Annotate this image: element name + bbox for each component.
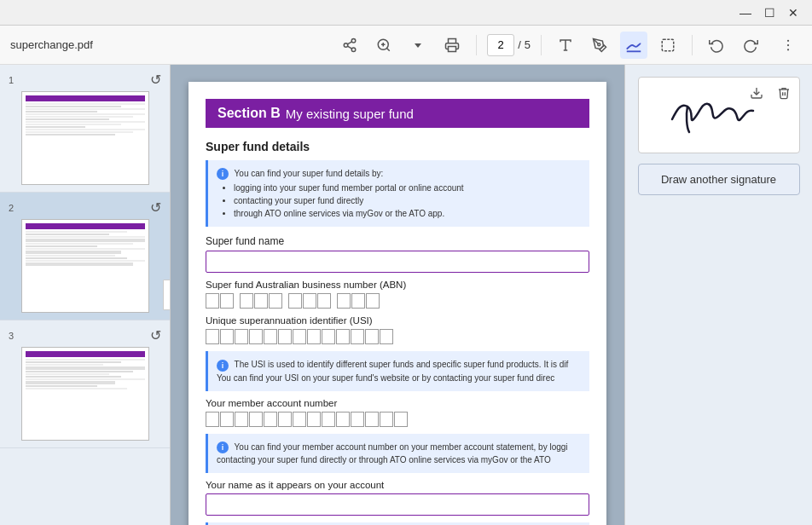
super-fund-name-input[interactable]: [206, 251, 589, 273]
account-box[interactable]: [249, 412, 263, 427]
signature-tool-button[interactable]: [620, 32, 647, 59]
zoom-in-button[interactable]: [370, 32, 397, 59]
rotate-page-3-button[interactable]: ↺: [150, 327, 161, 343]
abn-box[interactable]: [337, 293, 351, 309]
abn-label: Super fund Australian business number (A…: [206, 280, 589, 290]
maximize-button[interactable]: ☐: [757, 3, 781, 22]
usi-box[interactable]: [249, 329, 263, 344]
info-text-3: You can find your member account number …: [217, 442, 568, 464]
abn-box[interactable]: [303, 293, 316, 309]
svg-line-6: [387, 48, 390, 50]
svg-point-17: [787, 43, 789, 45]
abn-box[interactable]: [254, 293, 268, 309]
usi-box[interactable]: [365, 329, 379, 344]
info-text-2: The USI is used to identify different su…: [217, 360, 568, 382]
usi-box[interactable]: [220, 329, 234, 344]
filename-label: superchange.pdf: [10, 38, 93, 51]
info-icon-2: i: [217, 360, 229, 372]
name-on-account-input[interactable]: [206, 493, 589, 516]
info-box-3: i You can find your member account numbe…: [206, 434, 589, 473]
super-fund-name-label: Super fund name: [206, 235, 589, 247]
signature-actions: [745, 81, 796, 105]
text-tool-button[interactable]: [552, 32, 579, 59]
account-box[interactable]: [351, 412, 364, 427]
delete-signature-button[interactable]: [772, 81, 796, 105]
usi-box[interactable]: [206, 329, 219, 344]
abn-box[interactable]: [351, 293, 365, 309]
rotate-page-button[interactable]: ↺: [150, 72, 161, 88]
account-box[interactable]: [264, 412, 277, 427]
account-box[interactable]: [380, 412, 393, 427]
download-signature-button[interactable]: [745, 81, 768, 105]
page-navigation: / 5: [487, 34, 531, 56]
page-number-input[interactable]: [487, 34, 514, 56]
info-box-1: i You can find your super fund details b…: [206, 160, 589, 227]
print-button[interactable]: [438, 32, 466, 59]
rotate-page-2-button[interactable]: ↺: [150, 199, 161, 216]
account-box[interactable]: [235, 412, 248, 427]
more-options-button[interactable]: [774, 32, 802, 59]
account-box[interactable]: [278, 412, 292, 427]
page-thumbnail-3[interactable]: 3 ↺: [0, 320, 170, 448]
draw-tool-button[interactable]: [586, 32, 613, 59]
info-icon-1: i: [217, 168, 229, 180]
minimize-button[interactable]: —: [734, 3, 757, 22]
usi-box[interactable]: [322, 329, 335, 344]
thumbnail-image-3: [21, 347, 149, 441]
account-box[interactable]: [307, 412, 321, 427]
info-box-2: i The USI is used to identify different …: [206, 351, 589, 390]
usi-box[interactable]: [264, 329, 277, 344]
account-box[interactable]: [220, 412, 234, 427]
abn-box[interactable]: [240, 293, 253, 309]
undo-button[interactable]: [703, 32, 730, 59]
section-label: Section B: [218, 106, 281, 121]
share-button[interactable]: [336, 32, 363, 59]
member-account-label: Your member account number: [206, 398, 589, 408]
info-bullet-3: through ATO online services via myGov or…: [234, 207, 581, 220]
usi-box[interactable]: [380, 329, 393, 344]
draw-another-signature-button[interactable]: Draw another signature: [638, 164, 800, 195]
page-total: 5: [525, 38, 531, 51]
account-box[interactable]: [206, 412, 219, 427]
name-on-account-label: Your name as it appears on your account: [206, 480, 589, 490]
redo-button[interactable]: [737, 32, 764, 59]
page-number-label-3: 3: [9, 331, 22, 341]
pdf-page: Section B My existing super fund Super f…: [188, 82, 606, 525]
account-box[interactable]: [394, 412, 408, 427]
svg-rect-10: [449, 46, 456, 51]
selection-tool-button[interactable]: [654, 32, 682, 59]
svg-line-4: [348, 41, 352, 43]
thumbnail-image-1: [21, 91, 149, 185]
zoom-dropdown-button[interactable]: [404, 32, 432, 59]
usi-box[interactable]: [235, 329, 248, 344]
abn-box[interactable]: [269, 293, 282, 309]
account-box[interactable]: [365, 412, 379, 427]
section-header: Section B My existing super fund: [206, 99, 589, 128]
svg-line-3: [348, 46, 352, 49]
info-icon-3: i: [217, 441, 229, 453]
member-account-boxes: [206, 412, 589, 427]
abn-box[interactable]: [366, 293, 380, 309]
usi-box[interactable]: [351, 329, 364, 344]
account-box[interactable]: [322, 412, 335, 427]
sidebar-collapse-button[interactable]: ‹: [163, 280, 171, 310]
usi-box[interactable]: [278, 329, 292, 344]
usi-box[interactable]: [336, 329, 350, 344]
abn-box[interactable]: [206, 293, 219, 309]
account-box[interactable]: [293, 412, 306, 427]
abn-box[interactable]: [220, 293, 234, 309]
pdf-viewer[interactable]: Section B My existing super fund Super f…: [171, 65, 624, 525]
usi-box[interactable]: [307, 329, 321, 344]
page-thumbnail-1[interactable]: 1 ↺: [0, 65, 170, 193]
info-bullet-1: logging into your super fund member port…: [234, 182, 581, 194]
page-thumbnail-2[interactable]: 2 ↺: [0, 193, 170, 320]
account-box[interactable]: [336, 412, 350, 427]
abn-box[interactable]: [317, 293, 331, 309]
svg-marker-9: [415, 43, 421, 48]
close-button[interactable]: ✕: [781, 3, 805, 22]
usi-box[interactable]: [293, 329, 306, 344]
usi-label: Unique superannuation identifier (USI): [206, 315, 589, 326]
page-number-label: 1: [9, 75, 22, 85]
svg-point-1: [344, 43, 348, 47]
abn-box[interactable]: [288, 293, 302, 309]
